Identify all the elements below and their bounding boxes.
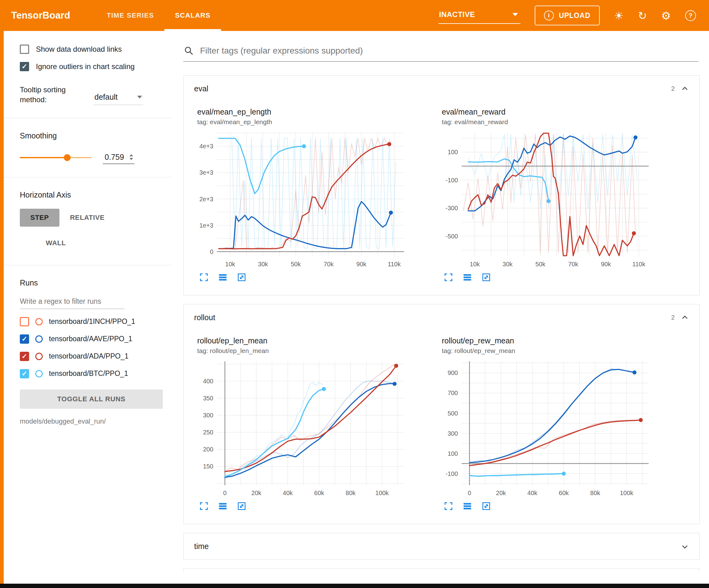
refresh-icon[interactable]: ↻ [638, 10, 647, 21]
tooltip-sorting-select[interactable]: default [94, 91, 143, 105]
axis-wall-button[interactable]: WALL [35, 234, 77, 252]
svg-text:50k: 50k [291, 261, 301, 267]
svg-text:10k: 10k [470, 261, 480, 267]
line-chart-rollout-ep-rew-mean[interactable]: 020k40k60k80k100k-100100300500700900 [437, 357, 654, 500]
chevron-up-icon[interactable] [681, 314, 689, 322]
fit-domain-icon[interactable] [481, 501, 491, 511]
section-rollout-header[interactable]: rollout 2 [184, 304, 700, 331]
section-time-header[interactable]: time [184, 533, 700, 560]
svg-text:90k: 90k [601, 261, 611, 267]
chart-card-eval-mean-ep-length: eval/mean_ep_length tag: eval/mean_ep_le… [187, 104, 419, 282]
svg-text:80k: 80k [345, 489, 356, 496]
smoothing-heading: Smoothing [20, 131, 171, 140]
run-checkbox-ada[interactable]: ✓ [20, 352, 29, 361]
upload-button[interactable]: i UPLOAD [535, 6, 600, 25]
tooltip-sorting-value: default [95, 93, 117, 102]
expand-chart-icon[interactable] [199, 501, 209, 511]
svg-text:100: 100 [448, 450, 458, 457]
tab-bar: TIME SERIES SCALARS [96, 0, 221, 31]
ignore-outliers-label: Ignore outliers in chart scaling [36, 62, 135, 71]
fit-domain-icon[interactable] [481, 273, 491, 282]
gear-icon[interactable]: ⚙ [661, 10, 671, 21]
svg-text:1e+3: 1e+3 [200, 222, 213, 229]
smoothing-value-input[interactable]: 0.759 [103, 151, 134, 164]
spinner-up-icon[interactable] [129, 154, 133, 156]
run-checkbox-btc[interactable]: ✓ [20, 369, 29, 378]
run-checkbox-1inch[interactable] [20, 317, 29, 326]
section-rollout: rollout 2 rollout/ep_len_mean tag: rollo… [183, 304, 700, 524]
chevron-up-icon[interactable] [681, 85, 689, 93]
svg-text:150: 150 [203, 463, 213, 470]
spinner-down-icon[interactable] [129, 158, 133, 160]
runs-heading: Runs [20, 278, 171, 287]
expand-chart-icon[interactable] [444, 501, 453, 511]
svg-text:30k: 30k [258, 261, 268, 267]
horizontal-axis-buttons: STEP RELATIVE WALL [20, 209, 134, 252]
ignore-outliers-checkbox[interactable]: ✓ [20, 62, 29, 71]
svg-text:40k: 40k [283, 489, 293, 496]
smoothing-row: 0.759 [20, 151, 171, 164]
status-dropdown[interactable]: INACTIVE [439, 7, 521, 24]
runs-logdir-caption: models/debugged_eval_run/ [20, 417, 171, 426]
line-chart-eval-mean-ep-length[interactable]: 10k30k50k70k90k110k01e+32e+33e+34e+3 [192, 128, 409, 271]
section-eval-header[interactable]: eval 2 [184, 76, 700, 102]
tab-time-series[interactable]: TIME SERIES [96, 0, 165, 31]
data-table-icon[interactable] [218, 501, 228, 511]
svg-text:80k: 80k [590, 489, 600, 496]
divider [4, 118, 171, 118]
chart-card-rollout-ep-len-mean: rollout/ep_len_mean tag: rollout/ep_len_… [187, 333, 419, 511]
info-icon: i [544, 10, 554, 21]
tab-scalars[interactable]: SCALARS [164, 0, 221, 31]
run-color-circle[interactable] [35, 353, 43, 360]
expand-chart-icon[interactable] [199, 273, 209, 282]
number-spinner[interactable] [129, 154, 133, 160]
divider [4, 265, 171, 265]
data-table-icon[interactable] [463, 273, 472, 282]
runs-filter-input[interactable] [20, 296, 125, 309]
svg-text:700: 700 [448, 389, 458, 397]
axis-relative-button[interactable]: RELATIVE [59, 209, 115, 227]
line-chart-rollout-ep-len-mean[interactable]: 020k40k60k80k100k150200250300350400 [192, 357, 409, 500]
svg-text:-500: -500 [446, 233, 458, 240]
chevron-down-icon [137, 96, 142, 99]
svg-text:350: 350 [203, 395, 213, 402]
left-accent-strip [0, 31, 4, 584]
horizontal-axis-heading: Horizontal Axis [20, 190, 171, 199]
run-checkbox-aave[interactable]: ✓ [20, 334, 29, 344]
svg-text:300: 300 [203, 412, 213, 419]
chart-toolbar [199, 273, 419, 282]
filter-tags-input[interactable] [200, 46, 696, 56]
toggle-all-runs-button[interactable]: TOGGLE ALL RUNS [20, 389, 163, 409]
chart-card-rollout-ep-rew-mean: rollout/ep_rew_mean tag: rollout/ep_rew_… [432, 333, 663, 511]
svg-text:200: 200 [203, 446, 213, 453]
svg-text:-100: -100 [446, 177, 458, 184]
svg-text:110k: 110k [632, 261, 646, 267]
svg-text:-100: -100 [446, 470, 458, 477]
smoothing-slider[interactable] [20, 154, 91, 161]
expand-chart-icon[interactable] [444, 273, 453, 282]
data-table-icon[interactable] [463, 501, 472, 511]
ignore-outliers-row: ✓ Ignore outliers in chart scaling [20, 62, 171, 71]
run-color-circle[interactable] [35, 370, 43, 378]
brightness-icon[interactable]: ☀ [614, 10, 624, 21]
svg-text:100k: 100k [375, 489, 389, 496]
settings-sidebar: Show data download links ✓ Ignore outlie… [4, 31, 174, 584]
svg-text:3e+3: 3e+3 [200, 169, 213, 176]
chevron-down-icon[interactable] [681, 542, 689, 551]
run-row-1inch: tensorboard/1INCH/PPO_1 [20, 317, 171, 326]
fit-domain-icon[interactable] [237, 273, 246, 282]
svg-text:30k: 30k [502, 261, 513, 267]
svg-text:10k: 10k [225, 261, 235, 267]
show-download-links-checkbox[interactable] [20, 45, 29, 54]
chart-tag: tag: rollout/ep_len_mean [197, 347, 419, 355]
divider [4, 177, 171, 177]
line-chart-eval-mean-reward[interactable]: 10k30k50k70k90k110k100-100-300-500 [437, 128, 654, 271]
run-color-circle[interactable] [35, 318, 43, 326]
help-icon[interactable]: ? [685, 10, 696, 21]
data-table-icon[interactable] [218, 273, 228, 282]
run-color-circle[interactable] [35, 335, 43, 343]
fit-domain-icon[interactable] [237, 501, 246, 511]
slider-knob[interactable] [64, 154, 71, 161]
axis-step-button[interactable]: STEP [20, 209, 59, 227]
svg-text:40k: 40k [527, 489, 537, 496]
